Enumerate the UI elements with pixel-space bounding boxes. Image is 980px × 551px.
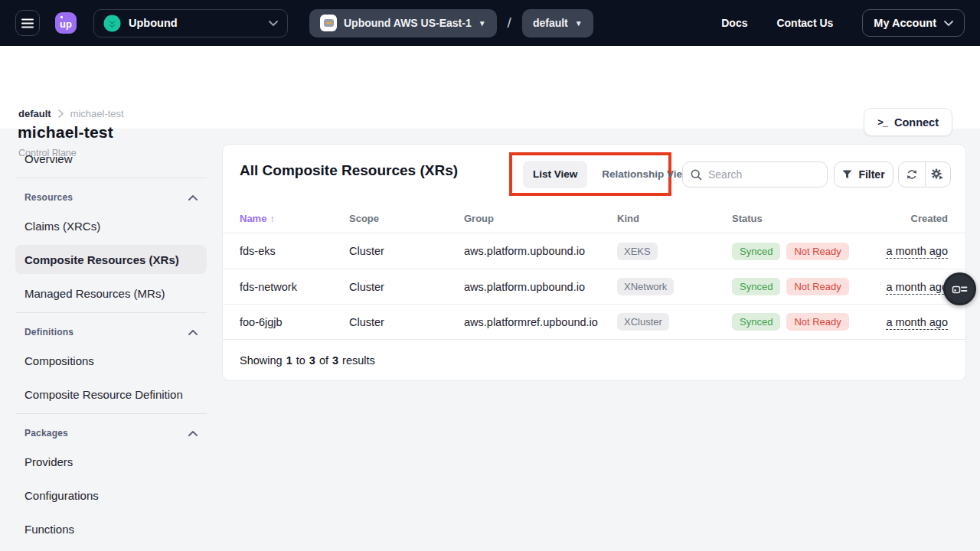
sidebar-item-composite-resources[interactable]: Composite Resources (XRs) (15, 245, 207, 274)
cell-created: a month ago (885, 245, 948, 257)
sidebar-section-packages[interactable]: Packages (15, 422, 207, 445)
upbound-logo[interactable]: up (55, 12, 77, 34)
cell-status: Synced Not Ready (732, 313, 885, 331)
column-header-scope[interactable]: Scope (349, 213, 464, 224)
summary-from: 1 (286, 354, 292, 367)
logo-text: up (60, 18, 72, 30)
menu-button[interactable] (15, 10, 40, 36)
filter-button[interactable]: Filter (834, 161, 893, 187)
filter-label: Filter (858, 168, 884, 181)
cell-status: Synced Not Ready (732, 278, 885, 295)
sidebar-item-overview[interactable]: Overview (15, 144, 207, 173)
sidebar-item-compositions[interactable]: Compositions (15, 346, 207, 375)
hamburger-icon (21, 18, 34, 28)
my-account-label: My Account (874, 17, 936, 29)
not-ready-badge: Not Ready (786, 313, 848, 331)
docs-link[interactable]: Docs (721, 17, 747, 29)
connect-label: Connect (894, 116, 939, 129)
summary-text: Showing (240, 354, 283, 367)
section-label: Definitions (24, 327, 74, 337)
synced-badge: Synced (732, 243, 780, 260)
search-input[interactable] (708, 168, 819, 181)
control-plane-icon (320, 15, 337, 31)
cell-scope: Cluster (349, 316, 464, 328)
sidebar-item-functions[interactable]: Functions (15, 514, 207, 543)
column-label: Name (240, 213, 266, 224)
not-ready-badge: Not Ready (786, 278, 848, 295)
nav-right-links: Docs Contact Us My Account (721, 9, 965, 37)
summary-to: 3 (309, 354, 315, 367)
org-selector[interactable]: Upbound (93, 9, 288, 37)
cell-group: aws.platform.upbound.io (464, 245, 617, 257)
column-header-status[interactable]: Status (732, 213, 885, 224)
breadcrumb-parent[interactable]: default (18, 108, 51, 119)
table-row[interactable]: fds-network Cluster aws.platform.upbound… (223, 269, 965, 304)
sidebar-item-configurations[interactable]: Configurations (15, 481, 207, 510)
table-row[interactable]: foo-6jgjb Cluster aws.platformref.upboun… (223, 304, 965, 339)
connect-button[interactable]: >_ Connect (864, 108, 952, 136)
table-row[interactable]: fds-eks Cluster aws.platform.upbound.io … (223, 233, 965, 269)
chevron-down-icon (944, 21, 953, 26)
refresh-icon (906, 168, 918, 181)
table-header-row: Name ↑ Scope Group Kind Status Created (223, 204, 965, 233)
synced-badge: Synced (732, 313, 780, 331)
column-header-group[interactable]: Group (464, 213, 617, 224)
caret-down-icon: ▼ (479, 19, 486, 28)
relationship-view-toggle[interactable]: Relationship View (602, 168, 690, 180)
sidebar-item-managed-resources[interactable]: Managed Resources (MRs) (15, 279, 207, 308)
table-actions (898, 161, 951, 187)
created-tooltip-link[interactable]: a month ago (886, 245, 948, 259)
chevron-down-icon (269, 21, 278, 26)
funnel-icon (842, 170, 852, 179)
sidebar-item-composite-resource-definition[interactable]: Composite Resource Definition (15, 380, 207, 409)
page-title: michael-test (18, 123, 113, 142)
cell-created: a month ago (885, 281, 948, 293)
sidebar-item-providers[interactable]: Providers (15, 447, 207, 476)
sidebar-section-definitions[interactable]: Definitions (15, 321, 207, 344)
gear-play-icon (931, 168, 944, 181)
synced-badge: Synced (732, 278, 780, 295)
sidebar-section-resources[interactable]: Resources (15, 186, 207, 209)
column-header-created[interactable]: Created (885, 213, 948, 224)
breadcrumb-current: michael-test (70, 108, 124, 119)
namespace-selector[interactable]: default ▼ (522, 9, 593, 37)
summary-text: to (296, 354, 305, 367)
sidebar: Overview Resources Claims (XRCs) Composi… (15, 144, 207, 548)
cell-name[interactable]: foo-6jgjb (240, 316, 349, 328)
column-header-kind[interactable]: Kind (617, 213, 732, 224)
created-tooltip-link[interactable]: a month ago (886, 316, 948, 330)
cell-kind: XCluster (617, 313, 732, 331)
top-navigation-bar: up Upbound Upbound AWS US-East-1 ▼ / def… (0, 0, 980, 46)
page-header: default michael-test michael-test Contro… (0, 46, 980, 129)
panel-title: All Composite Resources (XRs) (240, 162, 458, 179)
column-header-name[interactable]: Name ↑ (240, 213, 349, 224)
annotation-highlight-box: List View Relationship View (509, 152, 671, 196)
not-ready-badge: Not Ready (786, 243, 848, 260)
cell-scope: Cluster (349, 245, 464, 257)
control-plane-selector[interactable]: Upbound AWS US-East-1 ▼ (309, 9, 497, 37)
kind-badge: XCluster (617, 313, 669, 331)
form-list-icon (952, 282, 968, 297)
search-box (682, 161, 828, 187)
refresh-button[interactable] (899, 162, 925, 187)
chevron-up-icon (188, 195, 198, 201)
floating-widget-button[interactable] (943, 272, 976, 305)
my-account-button[interactable]: My Account (862, 9, 965, 37)
cell-scope: Cluster (349, 281, 464, 293)
contact-us-link[interactable]: Contact Us (776, 17, 833, 29)
cell-group: aws.platform.upbound.io (464, 281, 617, 293)
divider (15, 312, 207, 313)
section-label: Resources (24, 192, 73, 203)
auto-run-settings-button[interactable] (925, 162, 951, 187)
cell-created: a month ago (885, 316, 948, 328)
list-view-toggle[interactable]: List View (523, 161, 587, 188)
sidebar-item-claims[interactable]: Claims (XRCs) (15, 211, 207, 240)
created-tooltip-link[interactable]: a month ago (886, 281, 948, 295)
cell-kind: XEKS (617, 243, 732, 260)
logo-dot (60, 16, 63, 18)
cell-name[interactable]: fds-eks (240, 245, 349, 257)
cell-name[interactable]: fds-network (240, 281, 349, 293)
cell-kind: XNetwork (617, 278, 732, 295)
terminal-icon: >_ (877, 116, 887, 128)
divider (15, 178, 207, 178)
